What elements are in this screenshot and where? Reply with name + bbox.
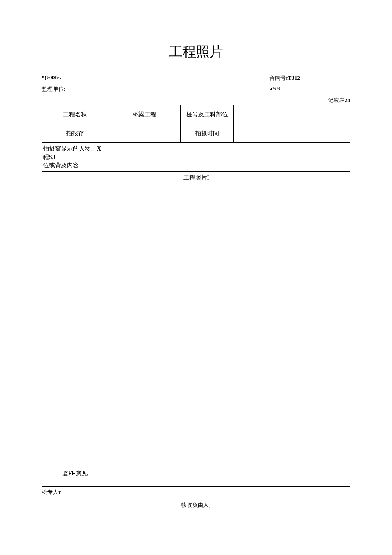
- footer-line-1: 松专人r: [42, 488, 371, 496]
- content-label-bold1: X: [97, 145, 101, 152]
- report-value: [108, 124, 181, 143]
- project-name-label: 工程名秋: [42, 105, 108, 124]
- project-name-value: 桥梁工程: [108, 105, 181, 124]
- report-label: 拍报存: [42, 124, 108, 143]
- table-note-num: 24: [345, 97, 350, 103]
- table-row: 工程名秋 桥梁工程 桩号及工科部位: [42, 105, 350, 124]
- table-row: 拍摄窗显示的人物、X程SJ 位或背及内容: [42, 143, 350, 172]
- photo-body-row: [42, 183, 350, 461]
- content-label-text2: 位或背及内容: [43, 162, 79, 169]
- opinion-value: [108, 461, 350, 486]
- photo-area: [42, 183, 350, 461]
- content-value: [108, 143, 350, 172]
- footer-line-2: 帧收负由人]: [21, 501, 371, 509]
- content-label: 拍摄窗显示的人物、X程SJ 位或背及内容: [42, 143, 108, 172]
- pile-value: [234, 105, 350, 124]
- table-note-label: 记液表: [328, 97, 345, 103]
- pile-label: 桩号及工科部位: [181, 105, 234, 124]
- header-left-1: *(⅛Φfe._: [42, 74, 63, 81]
- opinion-label-pre: 监: [62, 470, 68, 477]
- header-info-row-2: 监理单位: — a⅛⅛=: [21, 85, 371, 93]
- opinion-label: 监FE愈见: [42, 461, 108, 486]
- content-label-bold2: SJ: [49, 154, 55, 160]
- page-title: 工程照片: [21, 43, 371, 61]
- form-table: 工程名秋 桥梁工程 桩号及工科部位 拍报存 拍摄时间 拍摄窗显示的人物、X程SJ…: [42, 105, 350, 487]
- opinion-label-post: 愈见: [76, 470, 88, 477]
- opinion-label-bold: FE: [68, 470, 76, 477]
- header-info-row-1: *(⅛Φfe._ 合同号rTJ12: [21, 74, 371, 82]
- header-right-2: a⅛⅛=: [269, 85, 283, 92]
- content-label-text1: 拍摄窗显示的人物、: [43, 145, 97, 152]
- shoot-time-label: 拍摄时间: [181, 124, 234, 143]
- contract-number: TJ12: [288, 75, 300, 81]
- supervisor-value: —: [67, 86, 72, 92]
- table-row: 拍报存 拍摄时间: [42, 124, 350, 143]
- table-note: 记液表24: [21, 96, 371, 104]
- contract-label: 合同号r: [269, 75, 288, 81]
- photo-title-row: 工程照片I: [42, 171, 350, 183]
- supervisor-label: 监理单位:: [42, 86, 66, 92]
- footer1-bold: r: [58, 489, 61, 495]
- footer1-text: 松专人: [42, 489, 58, 495]
- shoot-time-value: [234, 124, 350, 143]
- table-row: 监FE愈见: [42, 461, 350, 486]
- photo-section-title: 工程照片I: [42, 171, 350, 183]
- content-label-text1b: 程: [43, 154, 49, 160]
